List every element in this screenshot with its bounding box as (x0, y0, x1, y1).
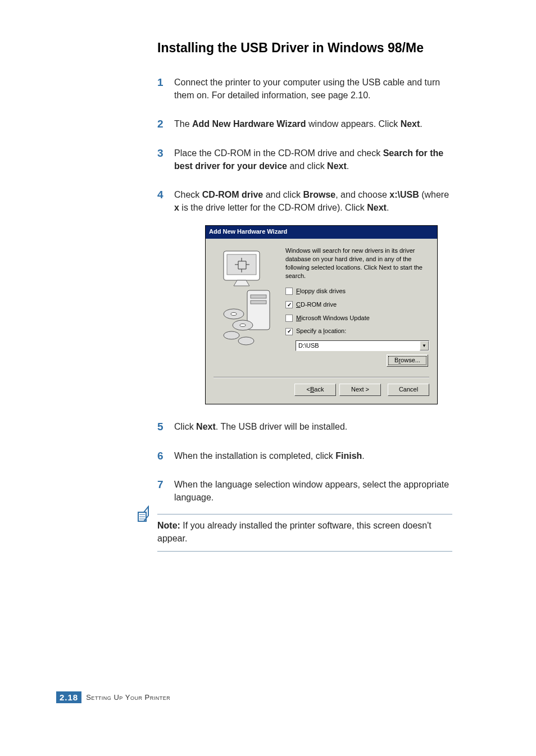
step-2-b3: Next (401, 119, 420, 129)
step-3-b3: Next (327, 161, 347, 171)
step-6-t0: When the installation is completed, clic… (174, 451, 335, 461)
dialog-titlebar: Add New Hardware Wizard (206, 226, 437, 239)
browse-button[interactable]: Browse... (387, 354, 428, 367)
step-number: 7 (157, 477, 163, 493)
windows-update-checkbox[interactable] (285, 315, 293, 322)
location-value: D:\USB (296, 341, 420, 350)
browse-row: Browse... (285, 354, 429, 367)
wizard-button-row: < Back Next > Cancel (206, 378, 437, 404)
step-number: 2 (157, 116, 163, 132)
step-3-t2: and click (287, 161, 327, 171)
step-number: 5 (157, 419, 163, 435)
step-5-t2: . The USB driver will be installed. (216, 422, 347, 431)
step-1-text-post: . (368, 90, 370, 100)
step-4-b7: x (174, 203, 179, 212)
step-5: 5 Click Next. The USB driver will be ins… (157, 420, 452, 433)
floppy-checkbox[interactable] (285, 288, 293, 295)
step-4-t2: and click (263, 190, 303, 199)
cancel-button[interactable]: Cancel (388, 384, 429, 396)
step-1-text-pre: Connect the printer to your computer usi… (174, 78, 440, 100)
dialog-right-column: Windows will search for new drivers in i… (285, 247, 429, 367)
step-4-b3: Browse (303, 190, 335, 199)
dialog-description: Windows will search for new drivers in i… (285, 247, 429, 280)
specify-location-label: Specify a location: (296, 327, 346, 336)
step-3: 3 Place the CD-ROM in the CD-ROM drive a… (157, 147, 452, 172)
steps-list: 1 Connect the printer to your computer u… (157, 76, 452, 504)
step-number: 6 (157, 448, 163, 464)
next-button[interactable]: Next > (339, 384, 381, 396)
location-combo[interactable]: D:\USB ▼ (296, 340, 429, 351)
page: Installing the USB Driver in Windows 98/… (0, 0, 536, 756)
svg-point-8 (240, 324, 246, 327)
section-heading: Installing the USB Driver in Windows 98/… (157, 39, 452, 57)
back-button[interactable]: < Back (294, 384, 336, 396)
svg-rect-3 (251, 295, 266, 298)
step-4-t8: is the drive letter for the CD-ROM drive… (179, 203, 367, 212)
cdrom-checkbox[interactable] (285, 301, 293, 308)
step-4-t10: . (387, 203, 389, 212)
svg-point-6 (231, 313, 237, 316)
page-footer: 2.18 Setting Up Your Printer (56, 691, 170, 703)
step-4-b5: x:\USB (389, 190, 419, 199)
specify-location-checkbox[interactable] (285, 328, 293, 335)
step-number: 3 (157, 145, 163, 161)
svg-rect-4 (251, 300, 266, 304)
floppy-option[interactable]: Floppy disk drives (285, 287, 429, 296)
specify-location-option[interactable]: Specify a location: (285, 327, 429, 336)
step-2-t4: . (420, 119, 422, 129)
step-2-b1: Add New Hardware Wizard (192, 119, 306, 129)
cdrom-option[interactable]: CD-ROM drive (285, 300, 429, 309)
page-number-box: 2.18 (56, 691, 81, 703)
step-1: 1 Connect the printer to your computer u… (157, 76, 452, 102)
step-2-t0: The (174, 119, 192, 129)
step-3-t4: . (347, 161, 349, 171)
windows-update-option[interactable]: Microsoft Windows Update (285, 314, 429, 323)
step-4-t4: , and choose (335, 190, 389, 199)
step-4-b9: Next (367, 203, 387, 212)
wizard-dialog-wrap: Add New Hardware Wizard (205, 225, 452, 404)
step-3-t0: Place the CD-ROM in the CD-ROM drive and… (174, 148, 383, 158)
floppy-label: Floppy disk drives (296, 287, 346, 296)
add-new-hardware-wizard-dialog: Add New Hardware Wizard (205, 225, 438, 404)
note-text: If you already installed the printer sof… (157, 521, 431, 543)
step-2-t2: window appears. Click (306, 119, 401, 129)
step-4-t6: (where (419, 190, 449, 199)
svg-point-9 (224, 331, 239, 339)
svg-point-10 (238, 337, 254, 345)
step-number: 4 (157, 187, 163, 203)
chapter-number: 2. (60, 693, 68, 702)
step-6-t2: . (362, 451, 364, 461)
content-column: Installing the USB Driver in Windows 98/… (157, 39, 452, 552)
step-7: 7 When the language selection window app… (157, 478, 452, 504)
windows-update-label: Microsoft Windows Update (296, 314, 370, 323)
footer-section-title: Setting Up Your Printer (86, 693, 170, 702)
step-4-b1: CD-ROM drive (202, 190, 263, 199)
note-block: Note: If you already installed the print… (157, 514, 452, 551)
chevron-down-icon[interactable]: ▼ (420, 341, 429, 350)
step-number: 1 (157, 75, 163, 90)
wizard-illustration (214, 247, 279, 353)
dialog-body: Windows will search for new drivers in i… (206, 239, 437, 371)
page-number: 18 (68, 693, 79, 702)
cdrom-label: CD-ROM drive (296, 300, 337, 309)
note-icon (136, 505, 155, 528)
location-row: D:\USB ▼ (296, 340, 429, 351)
step-4: 4 Check CD-ROM drive and click Browse, a… (157, 188, 452, 404)
step-4-t0: Check (174, 190, 202, 199)
step-7-text: When the language selection window appea… (174, 480, 449, 502)
step-6: 6 When the installation is completed, cl… (157, 449, 452, 462)
step-5-t0: Click (174, 422, 196, 431)
note-label: Note: (157, 521, 180, 530)
step-6-b1: Finish (335, 451, 362, 461)
page-2-10-link[interactable]: page 2.10 (328, 90, 368, 100)
step-5-b1: Next (196, 422, 216, 431)
computer-cd-icon (214, 247, 279, 353)
step-2: 2 The Add New Hardware Wizard window app… (157, 117, 452, 130)
